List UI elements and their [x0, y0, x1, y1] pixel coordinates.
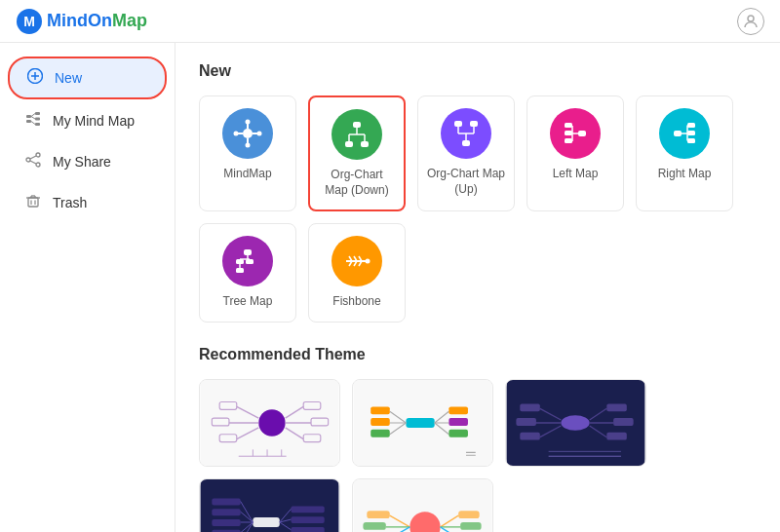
logo-text: MindOnMap — [47, 11, 147, 31]
svg-rect-118 — [520, 403, 540, 411]
map-card-tree[interactable]: Tree Map — [199, 223, 296, 323]
svg-rect-120 — [520, 433, 540, 440]
sidebar-item-share-label: My Share — [53, 154, 111, 170]
sidebar-item-share[interactable]: My Share — [8, 142, 167, 181]
svg-rect-102 — [370, 406, 390, 414]
map-card-org-down[interactable]: Org-Chart Map (Down) — [308, 95, 406, 211]
svg-rect-133 — [212, 519, 240, 526]
mindmap-card-icon — [222, 108, 273, 159]
layout: New My Mind Map — [0, 43, 780, 532]
svg-rect-57 — [674, 131, 682, 136]
svg-rect-67 — [236, 268, 244, 273]
theme-2-preview — [353, 380, 492, 466]
theme-card-2[interactable] — [352, 379, 493, 467]
theme-card-3[interactable] — [505, 379, 646, 467]
fishbone-card-label: Fishbone — [332, 294, 380, 310]
theme-grid — [199, 379, 757, 532]
svg-point-33 — [234, 132, 239, 136]
map-type-grid: MindMap Org-Chart Map (Down) — [199, 95, 757, 323]
fishbone-card-icon — [332, 236, 382, 286]
left-card-icon — [550, 108, 601, 159]
svg-line-18 — [30, 161, 36, 164]
svg-rect-51 — [565, 131, 572, 135]
sidebar-item-mindmap[interactable]: My Mind Map — [8, 101, 167, 140]
svg-rect-98 — [406, 418, 434, 428]
recommended-section-title: Recommended Theme — [199, 346, 757, 363]
svg-point-32 — [246, 143, 251, 148]
user-avatar[interactable] — [737, 8, 764, 35]
svg-rect-155 — [460, 522, 482, 530]
svg-point-16 — [36, 163, 40, 167]
svg-point-15 — [26, 158, 30, 162]
theme-3-preview — [506, 380, 645, 466]
sidebar-item-new[interactable]: New — [8, 57, 167, 99]
org-down-card-label: Org-Chart Map (Down) — [318, 168, 396, 198]
svg-rect-37 — [361, 141, 369, 147]
svg-rect-110 — [448, 430, 468, 437]
svg-rect-35 — [353, 122, 361, 128]
trash-icon — [23, 193, 43, 212]
theme-card-5[interactable] — [352, 478, 493, 532]
left-card-label: Left Map — [553, 167, 599, 182]
sidebar-item-mindmap-label: My Mind Map — [53, 113, 135, 129]
svg-rect-154 — [458, 511, 480, 518]
svg-rect-124 — [606, 403, 627, 411]
svg-rect-10 — [35, 123, 40, 126]
svg-line-13 — [31, 122, 35, 125]
svg-point-26 — [243, 129, 253, 138]
svg-rect-58 — [687, 123, 695, 128]
svg-point-34 — [257, 132, 262, 136]
svg-rect-142 — [292, 516, 325, 523]
tree-card-label: Tree Map — [223, 294, 273, 310]
svg-line-12 — [31, 117, 35, 120]
svg-line-17 — [30, 156, 36, 159]
svg-rect-132 — [212, 509, 240, 515]
svg-rect-8 — [35, 112, 40, 115]
logo: M MindOnMap — [16, 8, 147, 35]
svg-rect-60 — [687, 138, 695, 143]
svg-point-31 — [246, 120, 251, 125]
main-content: New MindMap — [176, 43, 780, 532]
tree-card-icon — [222, 236, 273, 286]
svg-rect-131 — [212, 498, 240, 505]
svg-rect-9 — [35, 118, 40, 121]
sidebar-item-trash-label: Trash — [53, 195, 87, 210]
org-up-card-icon — [441, 108, 491, 159]
svg-rect-109 — [448, 418, 468, 426]
right-card-icon — [659, 108, 710, 159]
sidebar-item-trash[interactable]: Trash — [8, 183, 167, 222]
svg-point-72 — [366, 259, 370, 264]
svg-rect-104 — [370, 430, 390, 437]
svg-text:M: M — [23, 14, 35, 29]
svg-rect-130 — [253, 517, 279, 527]
svg-rect-44 — [470, 121, 478, 127]
svg-rect-141 — [292, 506, 325, 513]
map-card-left[interactable]: Left Map — [526, 95, 624, 211]
svg-line-11 — [31, 114, 35, 117]
new-section-title: New — [199, 62, 757, 80]
theme-4-preview — [200, 479, 339, 532]
logo-icon: M — [16, 8, 43, 35]
map-card-right[interactable]: Right Map — [636, 95, 733, 211]
svg-rect-19 — [28, 198, 38, 207]
theme-card-1[interactable] — [199, 379, 340, 467]
svg-rect-160 — [367, 511, 389, 518]
svg-rect-36 — [345, 141, 353, 147]
svg-rect-126 — [606, 433, 627, 440]
svg-rect-50 — [565, 123, 572, 128]
map-card-org-up[interactable]: Org-Chart Map (Up) — [417, 95, 515, 211]
svg-point-2 — [748, 16, 754, 21]
svg-rect-59 — [687, 131, 695, 135]
theme-1-preview — [200, 380, 339, 466]
mindmap-icon — [23, 111, 43, 131]
map-card-mindmap[interactable]: MindMap — [199, 95, 296, 211]
right-card-label: Right Map — [658, 167, 712, 182]
theme-card-4[interactable] — [199, 478, 340, 532]
svg-point-114 — [561, 415, 589, 431]
svg-rect-52 — [565, 138, 572, 143]
map-card-fishbone[interactable]: Fishbone — [308, 223, 406, 323]
org-down-card-icon — [332, 109, 382, 160]
share-icon — [23, 152, 43, 171]
svg-rect-49 — [578, 131, 586, 136]
svg-rect-108 — [448, 406, 468, 414]
